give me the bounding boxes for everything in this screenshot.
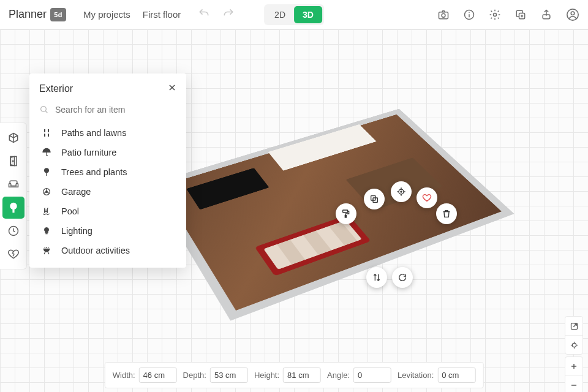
trash-icon [442,209,451,219]
favorites-tool[interactable] [2,243,24,265]
copy-project-button[interactable] [514,9,527,21]
undo-button[interactable] [198,7,210,22]
zoom-controls [565,356,583,392]
svg-rect-34 [44,134,45,137]
catalog-item-label: Pool [61,206,79,216]
view-2d-button[interactable]: 2D [266,6,294,23]
snapshot-button[interactable] [437,9,450,21]
catalog-panel: Exterior Paths and lawns Patio furniture… [29,74,186,268]
catalog-item-pool[interactable]: Pool [29,202,186,221]
rotate-object-button[interactable] [392,267,413,288]
settings-button[interactable] [489,9,501,21]
clock-icon [7,225,20,237]
search-input[interactable] [55,105,176,115]
svg-rect-13 [343,210,348,213]
redo-button[interactable] [222,7,235,22]
my-projects-link[interactable]: My projects [77,9,137,20]
steering-wheel-icon [42,187,51,197]
gear-icon [489,9,501,21]
brand-badge: 5d [50,8,66,21]
width-label: Width: [113,371,135,380]
share-button[interactable] [540,9,552,21]
user-icon [566,8,579,21]
svg-rect-0 [439,12,448,18]
view-aux-controls [565,316,583,355]
copy-icon [369,194,379,204]
catalog-item-label: Trees and plants [61,167,127,177]
center-view-button[interactable] [565,336,583,354]
floor-selector[interactable]: First floor [137,9,187,20]
svg-point-30 [41,107,47,112]
svg-point-22 [401,191,402,192]
svg-point-1 [442,13,445,17]
catalog-item-outdoor[interactable]: Outdoor activities [29,241,186,260]
external-icon [570,322,579,331]
interior-tool[interactable] [2,173,24,195]
depth-label: Depth: [183,371,206,380]
account-button[interactable] [566,8,579,21]
crosshair-icon [396,187,406,197]
catalog-item-patio[interactable]: Patio furniture [29,143,186,162]
target-icon [570,341,579,350]
info-icon [463,9,475,21]
height-input[interactable] [283,368,321,383]
levitation-input[interactable] [437,368,475,383]
view-mode-toggle: 2D 3D [264,4,324,25]
depth-input[interactable] [210,368,248,383]
panel-close-button[interactable] [168,82,176,95]
svg-point-53 [572,343,576,347]
catalog-item-garage[interactable]: Garage [29,182,186,202]
exterior-tool[interactable] [2,197,24,219]
path-icon [42,128,51,138]
tree-icon [7,202,20,214]
svg-rect-38 [46,173,47,176]
catalog-item-paths[interactable]: Paths and lawns [29,123,186,143]
construction-tool[interactable] [2,150,24,172]
brand-logo[interactable]: Planner 5d [9,8,66,21]
svg-rect-33 [48,129,49,132]
grill-icon [42,246,51,255]
delete-object-button[interactable] [436,203,457,224]
share-icon [540,9,552,21]
camera-icon [437,9,450,21]
zoom-out-button[interactable] [565,376,583,392]
catalog-item-label: Patio furniture [61,148,116,157]
fullscreen-button[interactable] [565,317,583,335]
view-3d-button[interactable]: 3D [294,6,322,23]
width-input[interactable] [139,368,177,383]
tool-rail [0,123,27,270]
rotate-icon [398,273,407,282]
svg-rect-35 [48,134,49,137]
svg-point-24 [12,160,13,162]
catalog-item-lighting[interactable]: Lighting [29,221,186,241]
svg-rect-14 [345,216,346,217]
arrows-vertical-icon [372,273,382,282]
catalog-item-label: Outdoor activities [61,246,130,255]
paint-object-button[interactable] [336,203,356,224]
catalog-item-trees[interactable]: Trees and plants [29,162,186,182]
info-button[interactable] [463,9,475,21]
svg-point-4 [469,12,470,13]
copy-object-button[interactable] [364,189,385,209]
pool-icon [42,206,51,216]
paint-roller-icon [341,209,351,219]
angle-input[interactable] [353,368,391,383]
rooms-tool[interactable] [2,127,24,149]
svg-point-12 [571,11,575,14]
svg-rect-26 [13,209,14,213]
focus-object-button[interactable] [391,181,412,202]
height-label: Height: [254,371,279,380]
plus-icon [570,362,578,371]
zoom-in-button[interactable] [565,357,583,375]
close-icon [168,83,176,92]
svg-point-37 [44,168,49,173]
flip-object-button[interactable] [366,267,387,288]
history-tool[interactable] [2,220,24,242]
panel-search[interactable] [29,101,186,122]
panel-title: Exterior [39,83,73,94]
favorite-object-button[interactable] [417,187,437,208]
svg-line-48 [48,252,49,254]
svg-rect-32 [44,129,45,132]
angle-label: Angle: [327,371,350,380]
cube-icon [7,132,20,144]
